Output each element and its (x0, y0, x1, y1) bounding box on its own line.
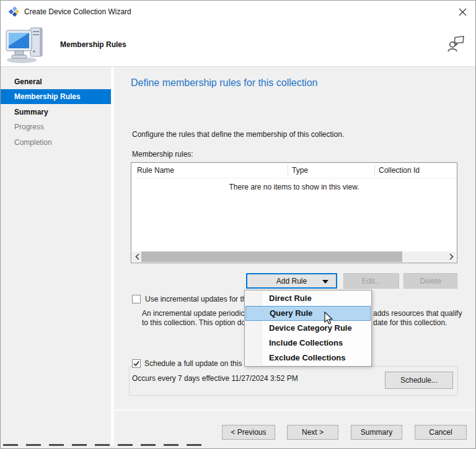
sidebar-item-completion: Completion (1, 135, 111, 150)
schedule-occurs-text: Occurs every 7 days effective 11/27/2024… (132, 374, 298, 383)
computer-icon (6, 25, 45, 64)
menu-item-query-rule[interactable]: Query Rule (245, 306, 371, 321)
incremental-text-line1-right: adds resources that qualify (373, 309, 462, 318)
page-description: Configure the rules that define the memb… (132, 130, 344, 139)
checkmark-icon (133, 360, 140, 367)
next-button[interactable]: Next > (287, 425, 338, 440)
add-rule-dropdown-button[interactable]: Add Rule (246, 273, 337, 289)
sidebar-separator (111, 67, 114, 445)
menu-item-direct-rule[interactable]: Direct Rule (245, 291, 371, 306)
membership-rules-listview[interactable]: Rule Name Type Collection Id There are n… (131, 162, 457, 263)
scroll-right-arrow[interactable] (446, 251, 456, 262)
scroll-left-arrow[interactable] (132, 251, 142, 262)
empty-list-message: There are no items to show in this view. (131, 183, 457, 191)
sidebar-item-progress: Progress (1, 120, 111, 134)
column-header-rule-name[interactable]: Rule Name (137, 163, 174, 178)
titlebar: Create Device Collection Wizard (1, 1, 475, 23)
scrollbar-thumb[interactable] (141, 251, 402, 262)
schedule-full-update-checkbox[interactable] (132, 359, 141, 368)
summary-button[interactable]: Summary (351, 425, 402, 440)
menu-item-exclude-collections[interactable]: Exclude Collections (245, 351, 371, 365)
feedback-icon[interactable] (447, 35, 465, 53)
incremental-text-line2-right: date for this collection. (373, 318, 447, 327)
bottom-edge-artifact (3, 444, 209, 446)
add-rule-label: Add Rule (276, 277, 307, 286)
add-rule-dropdown-menu: Direct Rule Query Rule Device Category R… (244, 290, 372, 367)
column-separator (288, 165, 288, 176)
chevron-right-icon (449, 253, 454, 260)
sidebar-item-summary[interactable]: Summary (1, 105, 111, 120)
sidebar-item-membership-rules[interactable]: Membership Rules (1, 89, 111, 104)
menu-item-include-collections[interactable]: Include Collections (245, 336, 371, 351)
edit-button[interactable]: Edit... (343, 273, 399, 289)
close-icon (459, 8, 467, 16)
previous-button[interactable]: < Previous (222, 425, 275, 440)
mouse-cursor (324, 312, 334, 325)
incremental-updates-label[interactable]: Use incremental updates for thi (145, 295, 248, 303)
cancel-button[interactable]: Cancel (415, 425, 467, 440)
incremental-updates-checkbox[interactable] (132, 295, 141, 303)
horizontal-scrollbar[interactable] (132, 251, 456, 262)
incremental-text-line2-left: to this collection. This option do (142, 318, 245, 327)
chevron-left-icon (135, 253, 139, 260)
column-header-collection-id[interactable]: Collection Id (379, 163, 420, 178)
page-title: Membership Rules (60, 40, 126, 49)
close-button[interactable] (452, 2, 473, 21)
incremental-text-line1-left: An incremental update periodic (142, 309, 244, 318)
wizard-app-icon (8, 6, 19, 17)
window-title: Create Device Collection Wizard (24, 1, 131, 23)
menu-item-device-category-rule[interactable]: Device Category Rule (245, 321, 371, 336)
schedule-button[interactable]: Schedule... (385, 372, 453, 389)
page-heading: Define membership rules for this collect… (131, 77, 317, 89)
footer-divider (114, 409, 474, 411)
column-header-type[interactable]: Type (292, 163, 308, 178)
wizard-window: Create Device Collection Wizard Membersh… (0, 0, 476, 449)
header-underline (131, 178, 457, 178)
delete-button[interactable]: Delete (403, 273, 457, 289)
dropdown-caret-icon (322, 280, 328, 284)
column-separator (374, 165, 375, 176)
membership-rules-label: Membership rules: (132, 150, 193, 159)
sidebar-item-general[interactable]: General (1, 74, 111, 89)
